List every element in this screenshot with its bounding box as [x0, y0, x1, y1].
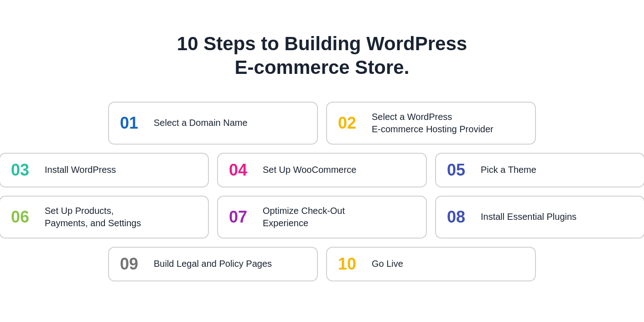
step-label-2: Select a WordPressE-commerce Hosting Pro… [372, 111, 493, 135]
step-card-1: 01 Select a Domain Name [108, 102, 318, 145]
step-label-6: Set Up Products,Payments, and Settings [45, 205, 141, 229]
steps-grid: 01 Select a Domain Name 02 Select a Word… [27, 102, 617, 281]
step-card-10: 10 Go Live [326, 247, 536, 281]
step-label-10: Go Live [372, 258, 403, 270]
step-label-5: Pick a Theme [481, 164, 536, 176]
step-card-6: 06 Set Up Products,Payments, and Setting… [0, 196, 209, 239]
step-card-5: 05 Pick a Theme [435, 153, 644, 187]
step-number-3: 03 [11, 162, 36, 178]
page-container: 10 Steps to Building WordPress E-commerc… [0, 14, 644, 309]
step-card-9: 09 Build Legal and Policy Pages [108, 247, 318, 281]
step-label-4: Set Up WooCommerce [263, 164, 356, 176]
step-label-1: Select a Domain Name [154, 117, 248, 129]
step-card-2: 02 Select a WordPressE-commerce Hosting … [326, 102, 536, 145]
step-label-8: Install Essential Plugins [481, 211, 576, 223]
step-card-4: 04 Set Up WooCommerce [217, 153, 427, 187]
main-title: 10 Steps to Building WordPress E-commerc… [27, 32, 617, 80]
row-3: 06 Set Up Products,Payments, and Setting… [0, 196, 644, 239]
step-label-7: Optimize Check-OutExperience [263, 205, 345, 229]
step-label-9: Build Legal and Policy Pages [154, 258, 272, 270]
step-number-7: 07 [229, 209, 254, 225]
step-number-6: 06 [11, 209, 36, 225]
step-card-8: 08 Install Essential Plugins [435, 196, 644, 239]
step-number-1: 01 [120, 115, 145, 131]
step-number-8: 08 [447, 209, 473, 225]
step-number-4: 04 [229, 162, 254, 178]
step-number-10: 10 [338, 256, 364, 272]
row-2: 03 Install WordPress 04 Set Up WooCommer… [0, 153, 644, 187]
row-4: 09 Build Legal and Policy Pages 10 Go Li… [108, 247, 536, 281]
title-line2: E-commerce Store. [235, 57, 410, 78]
step-card-7: 07 Optimize Check-OutExperience [217, 196, 427, 239]
step-number-2: 02 [338, 115, 364, 131]
step-card-3: 03 Install WordPress [0, 153, 209, 187]
title-line1: 10 Steps to Building WordPress [177, 33, 467, 54]
row-1: 01 Select a Domain Name 02 Select a Word… [108, 102, 536, 145]
step-number-9: 09 [120, 256, 145, 272]
step-number-5: 05 [447, 162, 473, 178]
step-label-3: Install WordPress [45, 164, 116, 176]
